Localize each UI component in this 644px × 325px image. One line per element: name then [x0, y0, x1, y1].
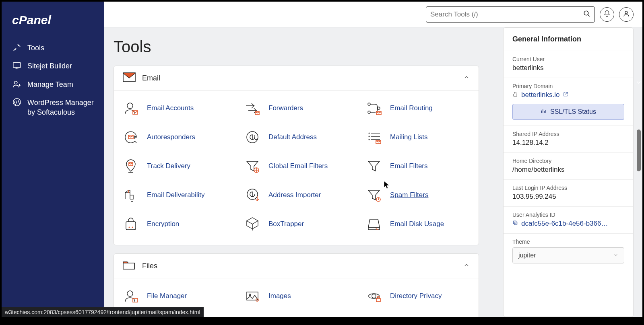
- shared-ip-value: 14.128.14.2: [512, 139, 624, 147]
- tool-forwarders[interactable]: Forwarders: [235, 94, 357, 123]
- scrollbar-thumb[interactable]: [637, 130, 641, 171]
- group-header[interactable]: Email: [114, 66, 479, 91]
- svg-point-27: [129, 227, 130, 228]
- tool-label: Mailing Lists: [390, 133, 428, 141]
- tool-encryption[interactable]: Encryption: [114, 210, 235, 239]
- sidebar-item-team[interactable]: Manage Team: [2, 75, 104, 93]
- analytics-label: User Analytics ID: [512, 212, 624, 218]
- last-login-value: 103.95.99.245: [512, 193, 624, 201]
- chevron-up-icon: [463, 74, 470, 82]
- folder-icon: [123, 260, 136, 272]
- page-title: Tools: [114, 31, 499, 66]
- svg-rect-42: [514, 94, 517, 96]
- forwarders-icon: [244, 99, 261, 117]
- ssl-status-button[interactable]: SSL/TLS Status: [512, 104, 624, 120]
- svg-point-35: [249, 294, 251, 296]
- shared-ip-label: Shared IP Address: [512, 131, 624, 137]
- info-panel: General Information Current User betterl…: [503, 27, 634, 317]
- filters-icon: [365, 157, 383, 175]
- file-manager-icon: [122, 287, 140, 305]
- tool-address-importer[interactable]: Address Importer: [235, 181, 357, 210]
- ftp-accounts-icon: [365, 316, 383, 317]
- tool-label: Email Deliverability: [147, 191, 205, 199]
- disk-usage-icon: [365, 215, 383, 233]
- tool-email-routing[interactable]: Email Routing: [357, 94, 479, 123]
- svg-point-13: [368, 111, 370, 113]
- encryption-icon: [122, 215, 140, 233]
- tool-label: Global Email Filters: [268, 162, 328, 170]
- theme-select[interactable]: jupiter: [512, 247, 624, 263]
- tool-label: Images: [268, 292, 291, 300]
- analytics-id[interactable]: dcafc55e-6c1b-4e56-b366-0f…: [512, 220, 610, 228]
- search-icon: [583, 10, 590, 19]
- svg-point-20: [369, 139, 370, 140]
- tool-email-accounts[interactable]: Email Accounts: [114, 94, 235, 123]
- tool-label: Default Address: [268, 133, 317, 141]
- tool-directory-privacy[interactable]: Directory Privacy: [357, 282, 479, 311]
- routing-icon: [365, 99, 383, 117]
- tool-label: Directory Privacy: [390, 292, 442, 300]
- scrollbar[interactable]: [636, 2, 642, 317]
- notifications-button[interactable]: [600, 7, 614, 22]
- sidebar-item-label: Sitejet Builder: [27, 61, 72, 71]
- tool-email-disk-usage[interactable]: Email Disk Usage: [357, 210, 479, 239]
- dir-privacy-icon: [365, 287, 383, 305]
- svg-point-32: [127, 291, 133, 296]
- web-disk-icon: [244, 316, 261, 317]
- tool-boxtrapper[interactable]: BoxTrapper: [235, 210, 357, 239]
- account-button[interactable]: [619, 7, 634, 22]
- tool-mailing-lists[interactable]: Mailing Lists: [357, 123, 479, 152]
- sidebar-item-wordpress[interactable]: WordPress Manager by Softaculous: [2, 93, 104, 121]
- tool-ftp-accounts[interactable]: FTP Accounts: [357, 311, 479, 317]
- sidebar-item-tools[interactable]: Tools: [2, 39, 104, 57]
- tool-file-manager[interactable]: File Manager: [114, 282, 235, 311]
- sidebar-item-sitejet[interactable]: Sitejet Builder: [2, 57, 104, 75]
- svg-point-4: [14, 81, 17, 84]
- theme-label: Theme: [512, 239, 624, 245]
- content-scroll[interactable]: Tools Email Email AccountsForwardersEmai…: [104, 27, 499, 317]
- tool-label: Address Importer: [268, 191, 321, 199]
- primary-domain-link[interactable]: betterlinks.io: [512, 91, 568, 99]
- tool-label: Email Accounts: [147, 104, 194, 112]
- last-login-label: Last Login IP Address: [512, 185, 624, 191]
- email-accounts-icon: [122, 99, 140, 117]
- current-user-label: Current User: [512, 56, 624, 62]
- home-dir-value: /home/betterlinks: [512, 166, 624, 174]
- tool-label: Encryption: [147, 220, 179, 228]
- tool-email-deliverability[interactable]: Email Deliverability: [114, 181, 235, 210]
- svg-point-19: [369, 136, 370, 137]
- spam-filters-icon: [365, 186, 383, 204]
- brand-logo: cPanel: [2, 10, 104, 39]
- boxtrapper-icon: [244, 215, 261, 233]
- tool-track-delivery[interactable]: Track Delivery: [114, 152, 235, 181]
- svg-point-6: [584, 11, 588, 15]
- tool-autoresponders[interactable]: Autoresponders: [114, 123, 235, 152]
- sidebar-item-label: Manage Team: [27, 79, 73, 89]
- tool-email-filters[interactable]: Email Filters: [357, 152, 479, 181]
- svg-point-30: [378, 229, 378, 230]
- tool-default-address[interactable]: Default Address: [235, 123, 357, 152]
- svg-point-12: [368, 103, 370, 105]
- current-user-value: betterlinks: [512, 64, 624, 72]
- info-heading: General Information: [504, 28, 633, 51]
- search-input-wrap[interactable]: [426, 6, 595, 23]
- track-delivery-icon: [122, 157, 140, 175]
- svg-point-7: [625, 11, 627, 14]
- svg-rect-26: [126, 222, 136, 230]
- group-card-email: Email Email AccountsForwardersEmail Rout…: [114, 66, 479, 245]
- tool-label: Email Filters: [390, 162, 428, 170]
- tool-images[interactable]: Images: [235, 282, 357, 311]
- tool-global-email-filters[interactable]: Global Email Filters: [235, 152, 357, 181]
- tool-spam-filters[interactable]: Spam Filters: [357, 181, 479, 210]
- main-area: Tools Email Email AccountsForwardersEmai…: [104, 2, 642, 317]
- monitor-icon: [12, 61, 22, 70]
- group-header[interactable]: Files: [114, 254, 479, 278]
- tool-label: Track Delivery: [147, 162, 190, 170]
- search-input[interactable]: [430, 10, 580, 19]
- images-icon: [244, 287, 261, 305]
- mailing-lists-icon: [365, 128, 383, 146]
- bars-icon: [541, 108, 546, 115]
- tool-web-disk[interactable]: Web Disk: [235, 311, 357, 317]
- tool-label: Forwarders: [268, 104, 303, 112]
- svg-rect-44: [513, 221, 516, 224]
